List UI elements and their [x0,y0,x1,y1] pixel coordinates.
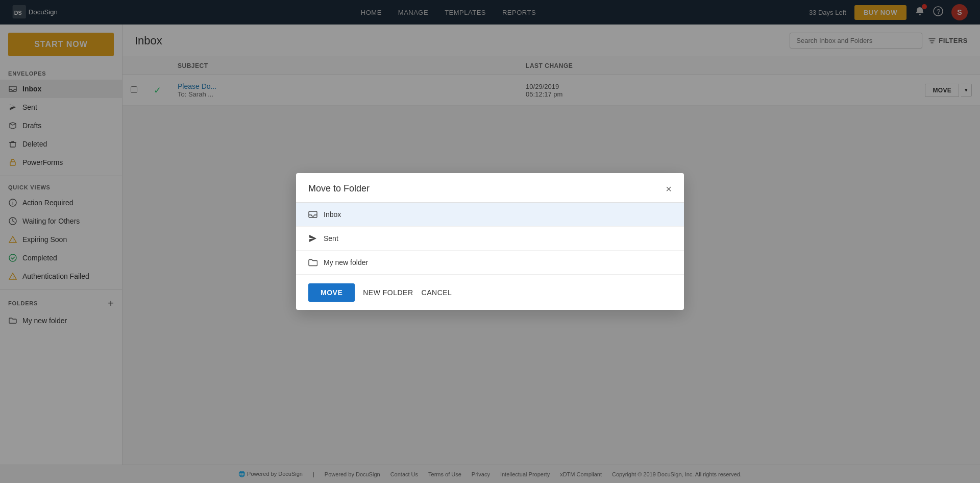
modal-folder-my-new[interactable]: My new folder [296,251,684,275]
move-to-folder-modal: Move to Folder × Inbox Sent My new fol [296,173,684,310]
modal-footer: MOVE NEW FOLDER CANCEL [296,275,684,310]
modal-folder-label: Sent [324,234,338,243]
modal-header: Move to Folder × [296,173,684,203]
modal-folder-sent[interactable]: Sent [296,227,684,251]
modal-folder-label: My new folder [324,258,368,267]
modal-sent-icon [308,234,317,243]
modal-move-button[interactable]: MOVE [308,283,355,302]
modal-close-button[interactable]: × [666,184,672,194]
modal-folder-icon [308,258,317,267]
modal-cancel-button[interactable]: CANCEL [422,288,452,297]
svg-rect-14 [309,211,317,218]
modal-folder-inbox[interactable]: Inbox [296,203,684,227]
modal-folder-label: Inbox [324,210,341,219]
modal-new-folder-button[interactable]: NEW FOLDER [363,288,413,297]
modal-overlay[interactable]: Move to Folder × Inbox Sent My new fol [0,0,980,483]
modal-inbox-icon [308,210,317,219]
modal-body: Inbox Sent My new folder [296,203,684,275]
modal-title: Move to Folder [308,183,370,194]
